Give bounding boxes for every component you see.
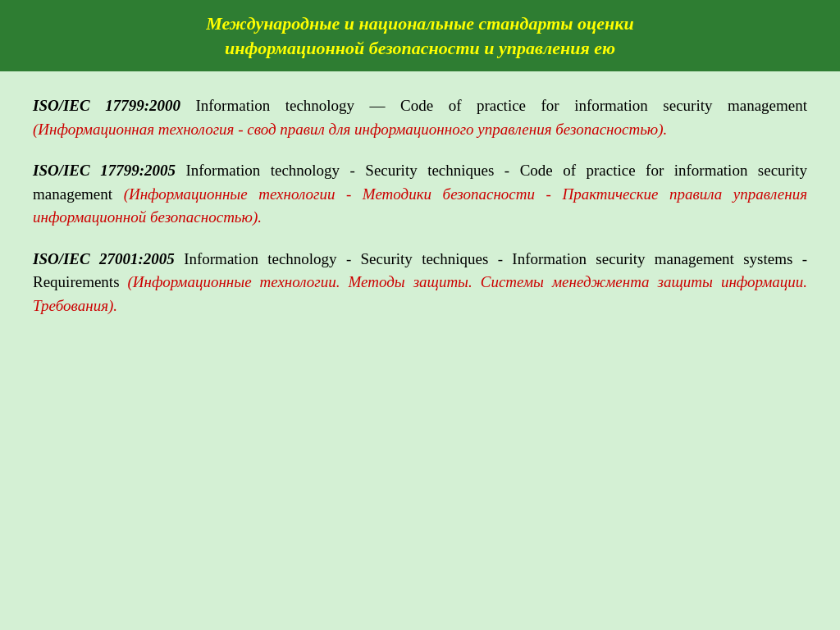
standard-ru-2: (Информационные технологии - Методики бе… [33,185,807,226]
standard-ru-1: (Информационная технология - свод правил… [33,121,667,138]
standard-block-1: ISO/IEC 17799:2000 Information technolog… [33,94,807,141]
standard-en-1: Information technology — Code of practic… [180,97,807,114]
standard-text-3: ISO/IEC 27001:2005 Information technolog… [33,248,807,318]
page-container: Международные и национальные стандарты о… [0,0,840,630]
page-header: Международные и национальные стандарты о… [0,0,840,71]
standard-id-1: ISO/IEC 17799:2000 [33,97,180,114]
standard-block-2: ISO/IEC 17799:2005 Information technolog… [33,159,807,230]
standard-id-3: ISO/IEC 27001:2005 [33,250,175,267]
main-content: ISO/IEC 17799:2000 Information technolog… [0,71,840,630]
header-title-line2: информационной безопасности и управления… [225,38,615,58]
standard-id-2: ISO/IEC 17799:2005 [33,162,176,179]
standard-ru-3: (Информационные технологии. Методы защит… [33,273,807,314]
header-title: Международные и национальные стандарты о… [25,11,815,60]
standard-text-1: ISO/IEC 17799:2000 Information technolog… [33,94,807,141]
header-title-line1: Международные и национальные стандарты о… [206,13,633,34]
standard-block-3: ISO/IEC 27001:2005 Information technolog… [33,248,807,318]
standard-text-2: ISO/IEC 17799:2005 Information technolog… [33,159,807,230]
